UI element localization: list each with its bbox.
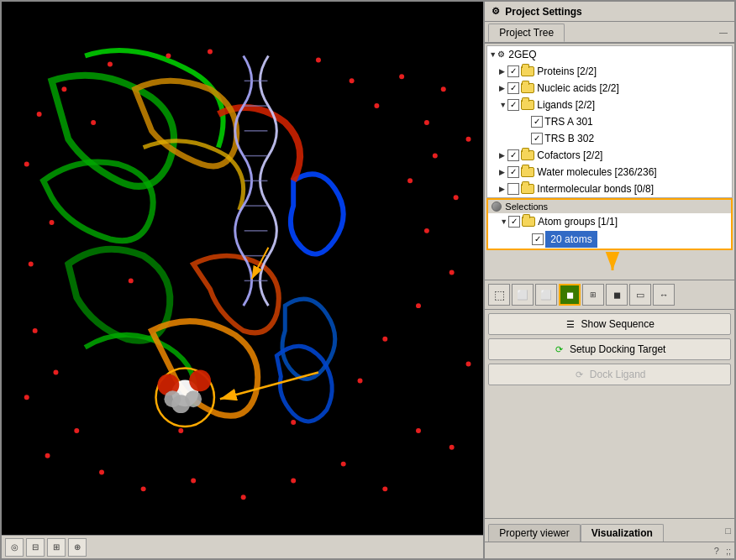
nucleic-folder-icon — [521, 83, 534, 93]
svg-point-50 — [178, 428, 183, 433]
svg-point-14 — [50, 220, 55, 225]
tree-trs-a[interactable]: ▶ TRS A 301 — [487, 113, 732, 130]
viewer-btn-2[interactable]: ⊟ — [26, 538, 45, 557]
cofactors-checkbox[interactable] — [507, 149, 519, 161]
tree-nucleic[interactable]: ▶ Nucleic acids [2/2] — [487, 80, 732, 97]
svg-point-47 — [424, 228, 429, 233]
status-bar: ? ;; — [485, 542, 734, 558]
selections-label: Selections — [505, 201, 548, 212]
tree-root[interactable]: ▼ ⚙ 2GEQ — [487, 46, 732, 63]
viewer-toolbar: ◎ ⊟ ⊞ ⊕ — [2, 535, 483, 558]
tab-visualization[interactable]: Visualization — [581, 524, 664, 542]
ligands-label: Ligands [2/2] — [537, 97, 730, 113]
panel-area: ▼ ⚙ 2GEQ ▶ Proteins [2/2] ▶ Nucleic acid — [485, 44, 734, 558]
tab-project-tree[interactable]: Project Tree — [488, 24, 565, 42]
bottom-minimize-btn[interactable]: □ — [725, 526, 731, 536]
viewer-panel: ◎ ⊟ ⊞ ⊕ — [2, 2, 485, 558]
svg-point-31 — [24, 395, 29, 400]
water-folder-icon — [521, 167, 534, 177]
icon-btn-expand[interactable]: ↔ — [653, 284, 675, 306]
tree-intermolecular[interactable]: ▶ Intermolecular bonds [0/8] — [487, 181, 732, 197]
svg-point-23 — [424, 120, 429, 125]
svg-point-45 — [416, 303, 421, 308]
water-arrow: ▶ — [499, 165, 507, 180]
svg-point-30 — [54, 370, 59, 375]
nucleic-label: Nucleic acids [2/2] — [537, 81, 730, 96]
svg-point-25 — [407, 178, 413, 183]
twenty-atoms-label: 20 atoms — [545, 231, 597, 248]
viewer-btn-1[interactable]: ◎ — [5, 538, 24, 557]
status-separator: ;; — [726, 546, 731, 556]
tree-water[interactable]: ▶ Water molecules [236/236] — [487, 164, 732, 181]
atom-groups-arrow: ▼ — [500, 214, 508, 229]
svg-point-39 — [341, 462, 346, 467]
svg-point-57 — [185, 390, 202, 407]
proteins-arrow: ▶ — [499, 64, 507, 79]
dock-ligand-button[interactable]: ⟳ Dock Ligand — [488, 364, 731, 385]
minimize-panel-btn[interactable]: — — [716, 28, 731, 37]
selections-area: Selections ▼ Atom groups [1/1] ▶ 20 atom… — [486, 198, 733, 250]
tree-atom-groups[interactable]: ▼ Atom groups [1/1] — [488, 213, 731, 230]
orange-arrow-svg — [488, 252, 732, 275]
status-right: ? ;; — [714, 546, 731, 556]
intermolecular-folder-icon — [521, 184, 534, 194]
status-question[interactable]: ? — [714, 546, 719, 556]
icon-btn-polygon[interactable]: ⬜ — [535, 284, 557, 306]
tree-ligands[interactable]: ▼ Ligands [2/2] — [487, 97, 732, 113]
svg-point-16 — [108, 61, 113, 66]
selections-header: Selections — [488, 200, 731, 213]
svg-point-32 — [74, 428, 79, 433]
tree-20-atoms[interactable]: ▶ 20 atoms — [488, 230, 731, 249]
panel-title: Project Settings — [505, 6, 581, 18]
icon-btn-select[interactable]: ⬚ — [488, 284, 510, 306]
svg-point-48 — [466, 362, 471, 367]
svg-point-35 — [141, 486, 146, 491]
icon-btn-lasso[interactable]: ⬜ — [512, 284, 534, 306]
spacer — [485, 389, 734, 518]
icon-btn-surface[interactable]: ▭ — [629, 284, 651, 306]
intermolecular-checkbox[interactable] — [507, 183, 519, 195]
atom-groups-checkbox[interactable] — [508, 216, 520, 228]
atoms-checkbox[interactable] — [532, 233, 544, 245]
tree-proteins[interactable]: ▶ Proteins [2/2] — [487, 63, 732, 80]
ligands-arrow: ▼ — [499, 97, 507, 113]
svg-point-15 — [29, 262, 34, 267]
nucleic-checkbox[interactable] — [507, 82, 519, 94]
icon-toolbar: ⬚ ⬜ ⬜ ◼ ⊞ ◼ ▭ ↔ — [485, 280, 734, 310]
ligands-checkbox[interactable] — [507, 99, 519, 111]
show-sequence-icon: ☰ — [565, 318, 576, 330]
cofactors-arrow: ▶ — [499, 148, 507, 163]
root-label: 2GEQ — [508, 47, 730, 62]
tab-property-viewer[interactable]: Property viewer — [488, 524, 580, 542]
viewer-canvas — [2, 2, 483, 535]
proteins-checkbox[interactable] — [507, 65, 519, 77]
setup-docking-button[interactable]: ⟳ Setup Docking Target — [488, 338, 731, 360]
trs-b-checkbox[interactable] — [531, 133, 543, 144]
icon-btn-chain[interactable]: ◼ — [606, 284, 628, 306]
viewer-btn-3[interactable]: ⊞ — [47, 538, 66, 557]
main-container: ◎ ⊟ ⊞ ⊕ ⚙ Project Settings Project Tree … — [0, 0, 736, 560]
trs-a-label: TRS A 301 — [544, 114, 730, 129]
svg-point-38 — [291, 478, 296, 483]
viewer-btn-4[interactable]: ⊕ — [68, 538, 87, 557]
intermolecular-arrow: ▶ — [499, 181, 507, 196]
atom-groups-folder-icon — [522, 217, 535, 227]
setup-docking-icon: ⟳ — [554, 343, 565, 355]
svg-point-43 — [358, 378, 363, 383]
icon-btn-residue[interactable]: ⊞ — [582, 284, 604, 306]
cofactors-label: Cofactors [2/2] — [537, 148, 730, 163]
icon-btn-atom[interactable]: ◼ — [559, 284, 581, 306]
tree-cofactors[interactable]: ▶ Cofactors [2/2] — [487, 147, 732, 164]
svg-point-28 — [466, 137, 471, 142]
svg-point-33 — [45, 453, 50, 458]
show-sequence-label: Show Sequence — [581, 318, 654, 330]
panel-tabs: Project Tree — — [485, 22, 734, 44]
tree-trs-b[interactable]: ▶ TRS B 302 — [487, 130, 732, 147]
svg-point-13 — [24, 162, 29, 167]
svg-point-36 — [191, 478, 196, 483]
water-checkbox[interactable] — [507, 166, 519, 178]
show-sequence-button[interactable]: ☰ Show Sequence — [488, 313, 731, 335]
svg-point-10 — [37, 112, 42, 117]
selections-icon — [492, 201, 502, 212]
trs-a-checkbox[interactable] — [531, 116, 543, 128]
